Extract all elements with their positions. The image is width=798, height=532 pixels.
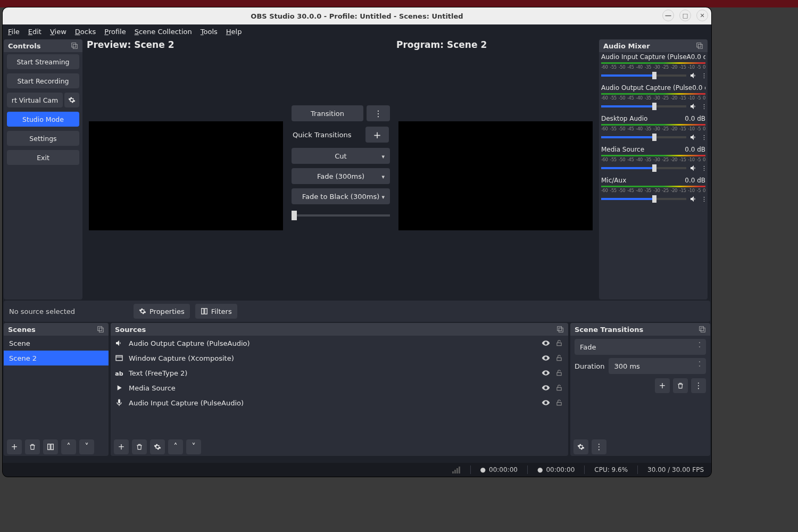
lock-toggle[interactable] — [555, 339, 564, 347]
visibility-toggle[interactable] — [542, 398, 550, 407]
quick-transition-cut[interactable]: Cut — [292, 148, 390, 164]
channel-menu-button[interactable]: ⋮ — [701, 134, 705, 141]
channel-menu-button[interactable]: ⋮ — [701, 196, 705, 203]
volume-slider[interactable] — [601, 74, 686, 77]
popout-icon[interactable] — [97, 326, 104, 333]
menu-tools[interactable]: Tools — [201, 28, 218, 36]
source-name: Audio Output Capture (PulseAudio) — [129, 339, 536, 347]
visibility-toggle[interactable] — [542, 339, 550, 347]
channel-name: Desktop Audio — [601, 115, 647, 122]
remove-source-button[interactable] — [132, 439, 147, 454]
start-recording-button[interactable]: Start Recording — [7, 73, 79, 88]
source-item[interactable]: Audio Input Capture (PulseAudio) — [111, 395, 568, 410]
preview-canvas[interactable] — [84, 51, 288, 301]
virtual-cam-settings-button[interactable] — [64, 93, 79, 107]
lock-toggle[interactable] — [555, 369, 564, 377]
tbar-slider[interactable] — [292, 211, 390, 220]
scenes-title: Scenes — [8, 326, 36, 334]
virtual-cam-button[interactable]: rt Virtual Cam — [7, 93, 63, 107]
mute-button[interactable] — [689, 164, 698, 172]
add-scene-button[interactable]: + — [7, 439, 22, 454]
channel-menu-button[interactable]: ⋮ — [701, 72, 705, 79]
popout-icon[interactable] — [696, 42, 703, 49]
add-quick-transition-button[interactable]: + — [365, 127, 389, 143]
svg-rect-6 — [98, 327, 102, 331]
meter-ticks: -60-55-50-45-40-35-30-25-20-15-10-50 — [601, 188, 705, 193]
transition-select[interactable]: Fade ˄˅ — [575, 339, 706, 355]
transition-button[interactable]: Transition — [292, 105, 363, 121]
source-item[interactable]: Media Source — [111, 380, 568, 395]
visibility-toggle[interactable] — [542, 369, 550, 377]
scene-up-button[interactable]: ˄ — [61, 439, 76, 454]
transition-menu-button[interactable]: ⋮ — [367, 105, 390, 121]
source-up-button[interactable]: ˄ — [168, 439, 183, 454]
scene-item[interactable]: Scene 2 — [4, 351, 109, 365]
quick-transition-fade[interactable]: Fade (300ms) — [292, 168, 390, 184]
mute-button[interactable] — [689, 195, 698, 203]
quick-transition-fade-black[interactable]: Fade to Black (300ms) — [292, 188, 390, 204]
volume-slider[interactable] — [601, 198, 686, 200]
popout-icon[interactable] — [556, 326, 564, 333]
menubar: File Edit View Docks Profile Scene Colle… — [3, 24, 711, 38]
visibility-toggle[interactable] — [542, 384, 550, 392]
duration-input[interactable]: 300 ms ˄˅ — [609, 358, 706, 374]
properties-button[interactable]: Properties — [134, 304, 190, 319]
scene-item[interactable]: Scene — [4, 336, 109, 351]
remove-scene-button[interactable] — [25, 439, 40, 454]
source-properties-button[interactable] — [150, 439, 165, 454]
volume-slider[interactable] — [601, 136, 686, 138]
scene-down-button[interactable]: ˅ — [79, 439, 94, 454]
transition-properties-button[interactable]: ⋮ — [691, 378, 706, 393]
mixer-menu-button[interactable]: ⋮ — [592, 439, 606, 454]
volume-slider[interactable] — [601, 105, 686, 107]
menu-file[interactable]: File — [8, 28, 20, 36]
scenes-dock: Scenes SceneScene 2 + ˄ ˅ — [4, 323, 109, 456]
mute-button[interactable] — [689, 133, 698, 142]
menu-scene-collection[interactable]: Scene Collection — [135, 28, 192, 36]
menu-profile[interactable]: Profile — [104, 28, 126, 36]
advanced-audio-button[interactable] — [573, 439, 588, 454]
close-button[interactable]: ✕ — [696, 10, 708, 21]
channel-menu-button[interactable]: ⋮ — [701, 165, 705, 172]
source-name: Media Source — [129, 384, 536, 392]
scene-transitions-dock: Scene Transitions Fade ˄˅ Duration 300 m… — [570, 323, 710, 456]
source-item[interactable]: Window Capture (Xcomposite) — [111, 351, 568, 365]
source-name: Window Capture (Xcomposite) — [129, 354, 536, 362]
visibility-toggle[interactable] — [542, 354, 550, 362]
lock-toggle[interactable] — [555, 384, 564, 392]
settings-button[interactable]: Settings — [7, 131, 79, 146]
program-canvas[interactable] — [393, 51, 598, 301]
volume-slider[interactable] — [601, 167, 686, 169]
add-source-button[interactable]: + — [114, 439, 129, 454]
scene-filters-button[interactable] — [43, 439, 58, 454]
exit-button[interactable]: Exit — [7, 150, 79, 165]
maximize-button[interactable]: □ — [679, 10, 691, 21]
menu-edit[interactable]: Edit — [28, 28, 41, 36]
start-streaming-button[interactable]: Start Streaming — [7, 54, 79, 69]
add-transition-button[interactable]: + — [655, 378, 670, 393]
source-item[interactable]: abText (FreeType 2) — [111, 365, 568, 380]
scene-transitions-title: Scene Transitions — [575, 326, 643, 334]
mute-button[interactable] — [689, 102, 698, 111]
svg-rect-24 — [459, 467, 460, 473]
popout-icon[interactable] — [71, 42, 78, 49]
remove-transition-button[interactable] — [673, 378, 688, 393]
minimize-button[interactable]: ― — [662, 10, 674, 21]
source-down-button[interactable]: ˅ — [186, 439, 201, 454]
menu-docks[interactable]: Docks — [75, 28, 96, 36]
filters-button[interactable]: Filters — [195, 304, 237, 319]
studio-mode-button[interactable]: Studio Mode — [7, 112, 79, 127]
source-item[interactable]: Audio Output Capture (PulseAudio) — [111, 336, 568, 351]
lock-toggle[interactable] — [555, 354, 564, 362]
svg-rect-13 — [116, 355, 122, 360]
channel-menu-button[interactable]: ⋮ — [701, 103, 705, 110]
popout-icon[interactable] — [699, 326, 706, 333]
mute-button[interactable] — [689, 71, 698, 80]
svg-rect-7 — [99, 328, 103, 332]
menu-view[interactable]: View — [50, 28, 66, 36]
menu-help[interactable]: Help — [226, 28, 242, 36]
channel-db: 0.0 dB — [685, 146, 705, 153]
channel-name: Media Source — [601, 146, 644, 153]
lock-toggle[interactable] — [555, 399, 564, 406]
source-name: Audio Input Capture (PulseAudio) — [129, 399, 536, 407]
